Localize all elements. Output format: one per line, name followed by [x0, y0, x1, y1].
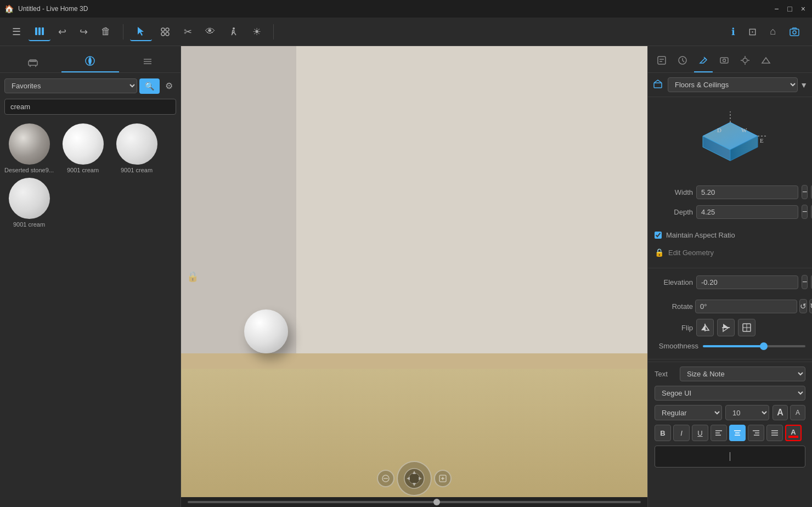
undo-button[interactable]: ↩ [53, 22, 72, 41]
select-button[interactable] [130, 22, 152, 41]
font-size-select[interactable]: 10 12 14 16 [725, 405, 769, 420]
delete-button[interactable]: 🗑 [95, 22, 116, 41]
sun-button[interactable]: ☀ [247, 22, 267, 41]
tab-materials[interactable] [61, 50, 119, 72]
material-sphere [116, 123, 157, 165]
svg-point-6 [166, 32, 169, 36]
right-tab-1[interactable] [652, 50, 671, 72]
font-size-decrease-button[interactable]: A [790, 405, 805, 420]
flip-horizontal-button[interactable] [696, 319, 714, 336]
maximize-button[interactable]: □ [785, 4, 794, 13]
flip-row: Flip [648, 319, 812, 336]
menu-button[interactable]: ☰ [7, 22, 26, 41]
floor-plan-button[interactable]: ⊡ [743, 22, 762, 41]
material-item[interactable]: 9001 cream [58, 123, 108, 173]
width-input[interactable] [696, 185, 798, 199]
tab-furniture[interactable] [4, 50, 61, 72]
smoothness-row: Smoothness [648, 342, 812, 350]
object-expand-button[interactable]: ▼ [800, 81, 808, 89]
font-select[interactable]: Segoe UI Arial Times New Roman [655, 386, 805, 401]
font-style-select[interactable]: Regular Bold Italic [655, 405, 722, 420]
font-size-increase-button[interactable]: A [772, 405, 788, 420]
rotate-input[interactable] [695, 300, 797, 313]
text-mode-select[interactable]: Size & Note Note None [680, 367, 805, 381]
right-tab-5[interactable] [736, 50, 754, 72]
elevation-decrease-button[interactable]: − [802, 275, 808, 289]
align-center-button[interactable] [729, 425, 746, 441]
align-left-button[interactable] [710, 425, 727, 441]
main-toolbar: ☰ ↩ ↪ 🗑 ✂ 👁 ☀ ℹ ⊡ ⌂ [0, 18, 812, 46]
rotate-reset-button[interactable]: ↺ [799, 299, 807, 313]
material-item[interactable]: 9001 cream [112, 123, 161, 173]
search-input[interactable] [4, 99, 176, 115]
edit-geometry-label: Edit Geometry [668, 249, 714, 257]
nav-right-button[interactable] [434, 470, 452, 487]
italic-button[interactable]: I [673, 425, 690, 441]
text-mode-row: Text Size & Note Note None [655, 367, 805, 381]
text-section: Text Size & Note Note None Segoe UI Aria… [648, 362, 812, 472]
smoothness-slider[interactable] [703, 345, 805, 347]
svg-marker-52 [701, 325, 705, 330]
text-area[interactable] [655, 446, 805, 467]
room-back-wall [296, 46, 647, 369]
svg-marker-54 [705, 325, 709, 330]
elevation-section: Elevation − + [648, 271, 812, 299]
scissors-button[interactable]: ✂ [178, 22, 198, 41]
depth-row: Depth − + [655, 205, 805, 219]
right-tab-2[interactable] [673, 50, 692, 72]
maintain-aspect-row: Maintain Aspect Ratio [648, 229, 812, 241]
right-tab-6[interactable] [757, 50, 775, 72]
material-item[interactable]: Deserted stone9... [4, 123, 54, 173]
redo-button[interactable]: ↪ [74, 22, 93, 41]
search-bar: Favorites All Materials 🔍 ⚙ [0, 73, 181, 99]
flip-vertical-button[interactable] [717, 319, 735, 336]
category-select[interactable]: Favorites All Materials [4, 78, 137, 93]
home-view-button[interactable]: ⌂ [764, 22, 781, 41]
view-button[interactable]: 👁 [200, 22, 221, 41]
viewport[interactable]: 🔒 [181, 46, 647, 507]
right-tab-4[interactable] [715, 50, 734, 72]
svg-point-38 [743, 58, 747, 63]
zoom-thumb[interactable] [433, 499, 440, 505]
elevation-input[interactable] [696, 275, 798, 289]
maintain-aspect-checkbox[interactable] [655, 232, 662, 239]
object-selector: Floors & Ceilings ▼ [648, 73, 812, 97]
bold-button[interactable]: B [655, 425, 671, 441]
walk-button[interactable] [223, 23, 245, 41]
window-title: Untitled - Live Home 3D [18, 5, 88, 13]
preview-3d: D W E [648, 97, 812, 181]
nav-left-button[interactable] [377, 470, 394, 487]
svg-rect-0 [35, 27, 37, 35]
library-button[interactable] [29, 22, 50, 41]
left-panel: Favorites All Materials 🔍 ⚙ Deserted sto… [0, 46, 181, 507]
tab-list[interactable] [119, 50, 176, 72]
object-type-select[interactable]: Floors & Ceilings [668, 77, 798, 92]
rotate-cw-button[interactable]: ↻ [809, 299, 812, 313]
rotate-row: Rotate ↺ ↻ [648, 299, 812, 313]
close-button[interactable]: × [799, 4, 808, 13]
scene-sphere [244, 309, 288, 353]
right-tab-3[interactable] [694, 50, 713, 72]
divider-2 [648, 359, 812, 359]
settings-button[interactable]: ⚙ [162, 77, 176, 94]
nav-ring[interactable] [397, 461, 432, 496]
underline-button[interactable]: U [692, 425, 708, 441]
text-color-button[interactable]: A [785, 425, 802, 441]
align-justify-button[interactable] [766, 425, 783, 441]
width-row: Width − + [655, 185, 805, 199]
search-button[interactable]: 🔍 [139, 78, 160, 94]
material-item[interactable]: 9001 cream [4, 178, 54, 228]
material-label: 9001 cream [121, 167, 153, 173]
arrange-button[interactable] [154, 23, 176, 41]
depth-decrease-button[interactable]: − [802, 205, 808, 219]
depth-input[interactable] [696, 205, 798, 219]
width-decrease-button[interactable]: − [802, 185, 808, 199]
camera-button[interactable] [783, 23, 805, 41]
info-button[interactable]: ℹ [726, 22, 741, 41]
align-right-button[interactable] [748, 425, 764, 441]
minimize-button[interactable]: − [772, 4, 781, 13]
zoom-track[interactable] [188, 501, 641, 503]
flip-both-button[interactable] [738, 319, 755, 336]
material-sphere [9, 178, 50, 219]
material-label: 9001 cream [67, 167, 99, 173]
